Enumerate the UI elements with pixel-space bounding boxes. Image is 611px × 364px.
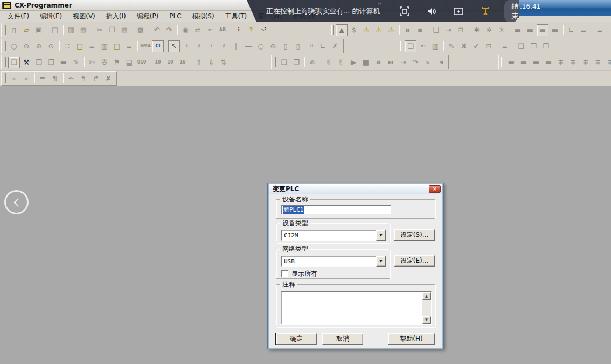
toggle-grid-icon[interactable]: ∷: [61, 40, 73, 52]
menu-view[interactable]: 视图(V): [67, 10, 101, 23]
view-io-comments-icon[interactable]: ▬: [58, 57, 70, 68]
online-edit-release-icon[interactable]: ⊟: [483, 40, 495, 52]
toolbar-drag-handle[interactable]: [274, 57, 276, 67]
symbol-usage-icon[interactable]: ⚑: [111, 57, 123, 68]
network-type-value[interactable]: USB: [281, 256, 376, 267]
help-topics-icon[interactable]: ?: [245, 24, 257, 36]
open-file-icon[interactable]: ▱: [20, 24, 32, 36]
toolbar-drag-handle[interactable]: [4, 41, 6, 51]
view-annotations-icon[interactable]: ❒: [527, 40, 539, 52]
view-monitoring-data-icon[interactable]: ❐: [540, 40, 552, 52]
view-cross-reference-icon[interactable]: ❐: [45, 57, 57, 68]
new-instruction-icon[interactable]: ▯: [280, 40, 291, 52]
toggle-project-workspace-icon[interactable]: ❏: [278, 57, 290, 68]
menu-simulation[interactable]: 模拟(S): [187, 10, 220, 23]
selection-tool-icon[interactable]: ↖: [168, 40, 180, 52]
zoom-tool-icon[interactable]: ○: [8, 40, 20, 52]
new-closed-coil-icon[interactable]: ⊘: [267, 40, 279, 52]
work-online-simulator-icon[interactable]: $: [348, 24, 360, 36]
pause-icon[interactable]: ▮▮: [414, 24, 426, 36]
context-help-icon[interactable]: ↖?: [258, 24, 269, 36]
new-contact-icon[interactable]: ⊣⊢: [180, 40, 192, 52]
display-decimal-icon[interactable]: 10: [152, 57, 164, 68]
monitor-upload-icon[interactable]: ⇑: [193, 57, 205, 68]
rung-tool-d-icon[interactable]: ∓: [592, 57, 604, 68]
mnemonics-view-icon[interactable]: SMA: [140, 40, 151, 52]
show-all-checkbox[interactable]: [281, 270, 288, 277]
clear-marks-icon[interactable]: ✘: [102, 72, 114, 84]
new-or-contact-icon[interactable]: ⊣⊢: [205, 40, 217, 52]
paste-icon[interactable]: ▨: [119, 24, 130, 36]
compare-with-plc-icon[interactable]: ⊡: [455, 24, 467, 36]
redo-icon[interactable]: ↷: [163, 24, 175, 36]
cross-reference-popup-icon[interactable]: ✄: [86, 57, 98, 68]
print-preview-icon[interactable]: ▧: [78, 24, 89, 36]
monitor-mode-icon[interactable]: ▬: [537, 24, 548, 36]
monitor-data-icon[interactable]: ▦: [429, 40, 441, 52]
sim-step-over-icon[interactable]: ↷: [409, 57, 421, 68]
show-properties-icon[interactable]: ✎: [70, 57, 82, 68]
rung-comment-editor-icon[interactable]: ✍: [307, 57, 318, 68]
rising-edge-contact-icon[interactable]: ⊣↑: [304, 40, 316, 52]
work-online-icon[interactable]: ▲: [336, 24, 348, 36]
print-icon[interactable]: ▦: [65, 24, 77, 36]
view-output-window-icon[interactable]: ❏: [8, 57, 20, 68]
horizontal-line-icon[interactable]: —: [242, 40, 254, 52]
undo-icon[interactable]: ↶: [151, 24, 163, 36]
scroll-down-icon[interactable]: ▼: [422, 316, 431, 324]
menu-plc[interactable]: PLC: [164, 11, 186, 22]
window-add-icon[interactable]: [453, 5, 464, 17]
change-all-icon[interactable]: AB: [217, 24, 228, 36]
scroll-up-icon[interactable]: ▲: [422, 292, 431, 300]
new-coil-icon[interactable]: ○: [255, 40, 267, 52]
mark-pen-icon[interactable]: ✒: [65, 72, 77, 84]
mark-forward-icon[interactable]: ↱: [90, 72, 102, 84]
online-edit-cancel-icon[interactable]: ✘: [458, 40, 470, 52]
rung-tool-a-icon[interactable]: ∓: [555, 57, 567, 68]
sim-step-in-icon[interactable]: ⇥: [397, 57, 409, 68]
delete-line-icon[interactable]: ✗: [329, 40, 341, 52]
build-program-icon[interactable]: ⚒: [20, 57, 32, 68]
project-window-icon[interactable]: ▤: [74, 40, 86, 52]
cut-icon[interactable]: ✂: [94, 24, 106, 36]
display-signed-decimal-icon[interactable]: 10: [164, 57, 176, 68]
transfer-to-plc-icon[interactable]: ⇥: [442, 24, 454, 36]
data-trace-icon[interactable]: ≡: [578, 24, 589, 36]
toolbar-drag-handle[interactable]: [4, 25, 6, 35]
monitor-download-icon[interactable]: ⇓: [205, 57, 217, 68]
mark-back-icon[interactable]: ↰: [78, 72, 89, 84]
debug-mode-icon[interactable]: ▬: [524, 24, 536, 36]
back-button[interactable]: [4, 190, 29, 214]
transfer-settings-icon[interactable]: ✲: [483, 24, 495, 36]
paste-attributes-icon[interactable]: ▩: [135, 24, 147, 36]
rung-tool-e-icon[interactable]: ∓: [605, 57, 611, 68]
plc-memory-b-icon[interactable]: ▬: [518, 57, 530, 68]
device-name-input[interactable]: 新PLC1: [281, 205, 391, 214]
ok-button[interactable]: 确定: [276, 333, 317, 345]
speaker-icon[interactable]: [426, 5, 438, 17]
view-rung-comments-icon[interactable]: ❑: [515, 40, 527, 52]
zoom-out-icon[interactable]: ⊖: [20, 40, 32, 52]
menu-program[interactable]: 编程(P): [131, 10, 164, 23]
network-type-combobox[interactable]: USB ▼: [281, 256, 386, 267]
new-or-closed-contact-icon[interactable]: ⊣/⊢: [218, 40, 230, 52]
fullscreen-icon[interactable]: [399, 5, 411, 17]
view-watch-window-icon[interactable]: ❒: [33, 57, 45, 68]
transfer-warning-icon[interactable]: ⚠: [385, 24, 397, 36]
plc-memory-a-icon[interactable]: ▬: [505, 57, 517, 68]
save-file-icon[interactable]: ▣: [33, 24, 45, 36]
toolbar-drag-handle[interactable]: [501, 57, 503, 67]
address-reference-tool-icon[interactable]: ≈: [417, 40, 429, 52]
outdent-rung-icon[interactable]: «: [8, 72, 20, 84]
ci-view-icon[interactable]: CI: [152, 40, 164, 52]
find-references-icon[interactable]: ≈: [204, 24, 216, 36]
comment-textarea[interactable]: ▲ ▼: [281, 291, 432, 325]
watch-window-icon[interactable]: ❏: [405, 40, 416, 52]
run-mode-icon[interactable]: ▬: [549, 24, 561, 36]
io-table-icon[interactable]: ✇: [99, 57, 110, 68]
zoom-in-icon[interactable]: ⊕: [33, 40, 45, 52]
new-closed-contact-icon[interactable]: ⊣/⊢: [193, 40, 205, 52]
menu-file[interactable]: 文件(F): [2, 10, 34, 23]
device-type-value[interactable]: CJ2M: [281, 230, 376, 241]
ladder-editor-icon[interactable]: ▤: [111, 40, 123, 52]
